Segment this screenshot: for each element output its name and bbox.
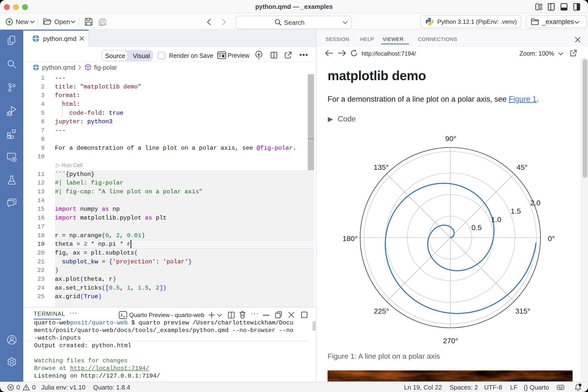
svg-text:270°: 270° [443, 337, 458, 345]
svg-text:1.5: 1.5 [510, 207, 521, 215]
svg-text:2.0: 2.0 [530, 199, 540, 207]
svg-text:45°: 45° [516, 163, 528, 171]
svg-text:135°: 135° [374, 163, 389, 171]
svg-text:1.0: 1.0 [491, 215, 501, 224]
svg-text:180°: 180° [342, 234, 358, 242]
svg-text:90°: 90° [445, 134, 456, 142]
svg-text:225°: 225° [374, 307, 389, 315]
svg-text:0°: 0° [548, 234, 555, 242]
svg-text:0.5: 0.5 [472, 224, 482, 232]
svg-text:315°: 315° [515, 307, 530, 315]
